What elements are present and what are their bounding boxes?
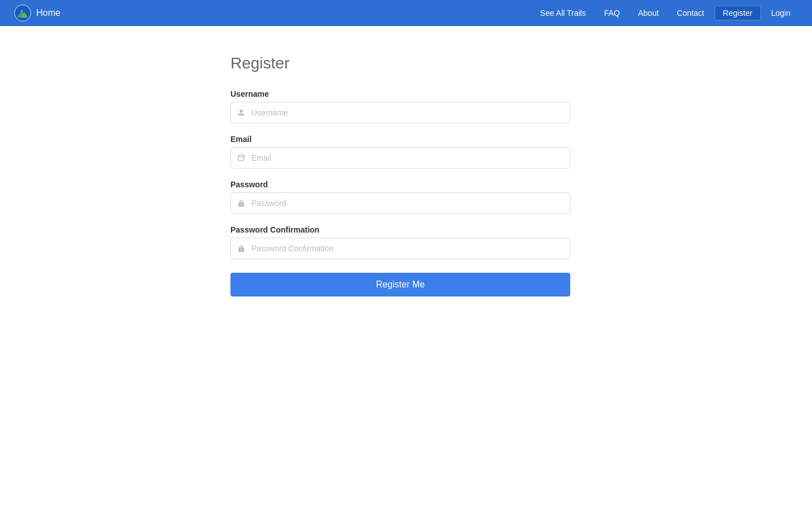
nav-link-contact[interactable]: Contact <box>669 6 712 20</box>
password-label: Password <box>230 180 570 189</box>
brand-label: Home <box>36 8 61 18</box>
register-me-button[interactable]: Register Me <box>230 273 570 297</box>
register-container: Register Username Email <box>230 54 570 297</box>
email-icon <box>237 154 245 162</box>
main-content: Register Username Email <box>0 26 812 325</box>
password-confirmation-input-wrapper <box>230 238 570 259</box>
lock-icon <box>237 199 245 207</box>
navbar: Home See All Trails FAQ About Contact Re… <box>0 0 812 26</box>
email-input[interactable] <box>230 147 570 169</box>
password-confirmation-group: Password Confirmation <box>230 225 570 259</box>
navbar-brand[interactable]: Home <box>14 4 61 22</box>
password-confirmation-input[interactable] <box>230 238 570 259</box>
username-input-wrapper <box>230 102 570 123</box>
brand-logo-icon <box>14 4 32 22</box>
page-title: Register <box>230 54 570 72</box>
username-input[interactable] <box>230 102 570 123</box>
username-group: Username <box>230 89 570 123</box>
password-input[interactable] <box>230 192 570 214</box>
nav-link-faq[interactable]: FAQ <box>596 6 628 20</box>
nav-link-login[interactable]: Login <box>763 6 798 20</box>
register-form: Username Email <box>230 89 570 297</box>
email-group: Email <box>230 135 570 169</box>
password-input-wrapper <box>230 192 570 214</box>
password-confirmation-label: Password Confirmation <box>230 225 570 234</box>
user-icon <box>237 109 245 117</box>
nav-link-about[interactable]: About <box>630 6 667 20</box>
lock-confirm-icon <box>237 244 245 252</box>
nav-link-register[interactable]: Register <box>715 6 761 20</box>
email-input-wrapper <box>230 147 570 169</box>
password-group: Password <box>230 180 570 214</box>
navbar-nav: See All Trails FAQ About Contact Registe… <box>532 6 798 20</box>
username-label: Username <box>230 89 570 98</box>
nav-link-see-all-trails[interactable]: See All Trails <box>532 6 594 20</box>
email-label: Email <box>230 135 570 144</box>
